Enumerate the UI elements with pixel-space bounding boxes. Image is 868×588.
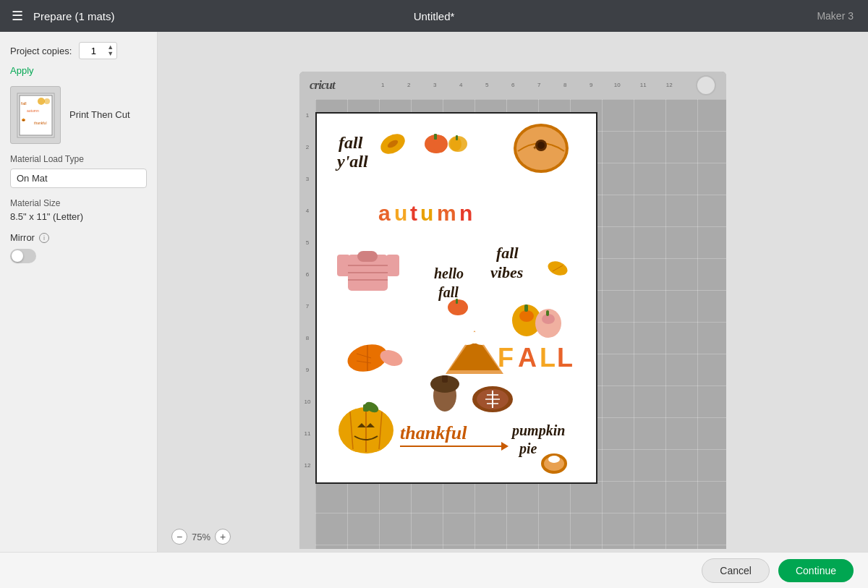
main-canvas-area: cricut 1 2 3 4 5 6 7 8 9 10 11 12 [158, 32, 868, 588]
svg-text:u: u [420, 201, 433, 225]
svg-text:t: t [410, 201, 417, 225]
svg-text:n: n [459, 201, 472, 225]
mirror-info-icon[interactable]: i [39, 233, 49, 243]
svg-point-22 [537, 142, 545, 149]
mat-hook [696, 75, 716, 95]
svg-text:hello: hello [434, 265, 464, 281]
svg-text:thankful: thankful [400, 422, 467, 443]
svg-text:fall: fall [21, 101, 27, 106]
copies-row: Project copies: ▲ ▼ [10, 42, 147, 59]
material-size-label: Material Size [10, 198, 147, 208]
svg-point-3 [38, 98, 45, 105]
svg-rect-89 [524, 304, 528, 312]
footer: Cancel Continue [0, 552, 868, 588]
material-load-label: Material Load Type [10, 154, 147, 164]
svg-text:fall: fall [496, 244, 519, 262]
mat-thumbnail: fall autumn 🎃 thankful [10, 86, 61, 144]
svg-text:pie: pie [518, 440, 537, 457]
mirror-row: Mirror i [10, 232, 147, 243]
copies-label: Project copies: [10, 46, 72, 56]
copies-input-wrap: ▲ ▼ [79, 42, 117, 59]
svg-rect-18 [456, 135, 458, 140]
svg-text:a: a [378, 201, 392, 225]
apply-button[interactable]: Apply [10, 65, 34, 76]
mat-header: cricut 1 2 3 4 5 6 7 8 9 10 11 12 [299, 72, 726, 99]
zoom-out-button[interactable]: − [171, 529, 187, 545]
mirror-label: Mirror [10, 232, 35, 243]
svg-point-53 [460, 336, 475, 345]
svg-text:m: m [437, 201, 456, 225]
svg-text:✦: ✦ [532, 145, 537, 151]
continue-button[interactable]: Continue [778, 559, 854, 582]
copies-arrows: ▲ ▼ [107, 44, 114, 57]
zoom-in-button[interactable]: + [215, 529, 231, 545]
svg-rect-15 [434, 134, 437, 140]
svg-text:autumn: autumn [27, 108, 39, 113]
svg-text:fall: fall [438, 284, 459, 301]
svg-rect-61 [442, 375, 448, 383]
svg-rect-46 [456, 299, 458, 304]
svg-point-86 [548, 456, 560, 463]
zoom-level: 75% [192, 532, 210, 542]
material-size-value: 8.5" x 11" (Letter) [10, 211, 147, 222]
machine-name: Maker 3 [817, 10, 854, 22]
svg-point-4 [44, 98, 50, 104]
svg-text:pumpkin: pumpkin [511, 422, 565, 439]
svg-rect-92 [546, 310, 549, 316]
mat-background: cricut 1 2 3 4 5 6 7 8 9 10 11 12 [299, 72, 726, 549]
svg-text:L: L [557, 343, 573, 372]
left-panel: Project copies: ▲ ▼ Apply fall autumn 🎃 … [0, 32, 158, 588]
header-title: Prepare (1 mats) [33, 10, 115, 22]
thumbnail-label: Print Then Cut [69, 108, 130, 122]
material-load-dropdown[interactable]: On Mat Without Mat [10, 169, 147, 188]
svg-point-88 [519, 310, 534, 322]
svg-text:fall: fall [339, 133, 363, 152]
cricut-logo: cricut [310, 78, 335, 93]
copies-down-button[interactable]: ▼ [107, 51, 114, 57]
toggle-knob [12, 250, 23, 262]
svg-text:F: F [498, 343, 516, 372]
svg-text:thankful: thankful [34, 121, 47, 125]
svg-text:vibes: vibes [490, 263, 523, 281]
print-area: fall y'all [315, 112, 597, 484]
svg-text:A: A [518, 343, 537, 372]
svg-point-54 [475, 336, 489, 345]
svg-rect-35 [357, 251, 378, 262]
menu-icon[interactable]: ☰ [12, 8, 23, 24]
zoom-control: − 75% + [171, 529, 231, 545]
svg-marker-81 [501, 442, 509, 451]
copies-input[interactable] [82, 46, 104, 56]
svg-rect-37 [386, 255, 399, 276]
header: ☰ Prepare (1 mats) Untitled* Maker 3 [0, 0, 868, 32]
svg-text:L: L [540, 343, 556, 372]
mirror-toggle[interactable] [10, 249, 36, 263]
svg-text:u: u [394, 201, 407, 225]
svg-text:🎃: 🎃 [22, 118, 25, 122]
document-title: Untitled* [414, 10, 455, 22]
cricut-mat: cricut 1 2 3 4 5 6 7 8 9 10 11 12 [299, 72, 726, 549]
cancel-button[interactable]: Cancel [702, 558, 770, 583]
sticker-sheet-svg: fall y'all [317, 114, 597, 484]
svg-text:y'all: y'all [335, 152, 368, 171]
thumbnail-row: fall autumn 🎃 thankful Print Then Cut [10, 86, 147, 144]
